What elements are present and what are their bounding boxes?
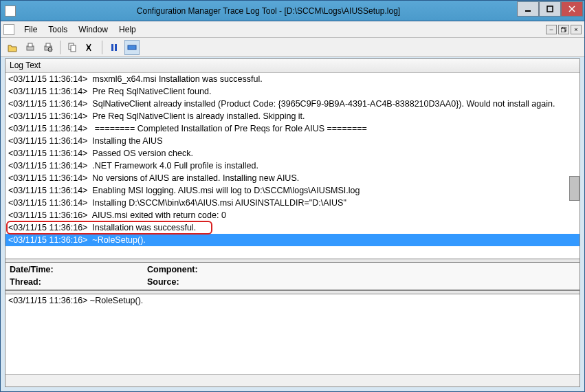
log-row[interactable]: <03/11/15 11:36:14> No versions of AIUS … xyxy=(5,172,580,184)
log-timestamp: <03/11/15 11:36:14> xyxy=(8,111,92,121)
log-timestamp: <03/11/15 11:36:14> xyxy=(8,161,92,171)
log-timestamp: <03/11/15 11:36:16> xyxy=(8,235,92,245)
log-row[interactable]: <03/11/15 11:36:14> Pre Req SqlNativeCli… xyxy=(5,110,580,122)
log-message: No versions of AIUS are installed. Insta… xyxy=(92,173,299,183)
mdi-minimize-button[interactable]: – xyxy=(546,25,557,34)
text-pane[interactable]: <03/11/15 11:36:16> ~RoleSetup(). xyxy=(5,294,580,374)
log-timestamp: <03/11/15 11:36:14> xyxy=(8,99,92,109)
print-icon[interactable] xyxy=(23,40,38,55)
svg-rect-9 xyxy=(46,43,50,47)
svg-rect-5 xyxy=(561,28,565,32)
log-row[interactable]: <03/11/15 11:36:16> Installation was suc… xyxy=(5,221,580,234)
svg-rect-1 xyxy=(547,6,553,12)
log-timestamp: <03/11/15 11:36:14> xyxy=(8,173,92,183)
log-row[interactable]: <03/11/15 11:36:14> Installing D:\SCCM\b… xyxy=(5,197,580,209)
log-row[interactable]: <03/11/15 11:36:14> .NET Framework 4.0 F… xyxy=(5,160,580,172)
log-message: AIUS.msi exited with return code: 0 xyxy=(92,210,226,220)
log-timestamp: <03/11/15 11:36:14> xyxy=(8,74,92,84)
menubar: File Tools Window Help – × xyxy=(1,21,584,38)
menu-window[interactable]: Window xyxy=(73,23,113,36)
log-message: Pre Req SqlNativeClient found. xyxy=(92,87,211,96)
content-pane: Log Text <03/11/15 11:36:14> msxml6_x64.… xyxy=(5,58,580,387)
log-message: ======== Completed Installation of Pre R… xyxy=(92,124,367,133)
statusbar xyxy=(5,374,580,386)
svg-rect-7 xyxy=(28,43,32,47)
close-button[interactable] xyxy=(561,1,583,17)
log-message: Enabling MSI logging. AIUS.msi will log … xyxy=(92,186,360,195)
log-row[interactable]: <03/11/15 11:36:14> Enabling MSI logging… xyxy=(5,184,580,197)
maximize-button[interactable] xyxy=(539,1,561,17)
log-timestamp: <03/11/15 11:36:14> xyxy=(8,124,92,133)
svg-rect-12 xyxy=(71,45,76,52)
scrollbar-thumb[interactable] xyxy=(569,176,580,201)
detail-datetime: Date/Time: xyxy=(10,265,147,277)
detail-source: Source: xyxy=(147,277,575,290)
pause-icon[interactable] xyxy=(107,40,122,55)
log-row[interactable]: <03/11/15 11:36:14> Pre Req SqlNativeCli… xyxy=(5,85,580,98)
copy-icon[interactable] xyxy=(65,40,80,55)
print-preview-icon[interactable] xyxy=(41,40,56,55)
highlight-icon[interactable] xyxy=(124,40,140,55)
menu-help[interactable]: Help xyxy=(113,23,142,36)
toolbar-separator xyxy=(102,41,102,54)
log-message: Installing the AIUS xyxy=(92,136,162,146)
log-message: .NET Framework 4.0 Full profile is insta… xyxy=(92,161,258,171)
detail-component: Component: xyxy=(147,265,575,277)
titlebar[interactable]: Configuration Manager Trace Log Tool - [… xyxy=(1,1,584,21)
minimize-button[interactable] xyxy=(517,1,539,17)
log-row[interactable]: <03/11/15 11:36:14> Passed OS version ch… xyxy=(5,147,580,160)
detail-thread: Thread: xyxy=(10,277,147,290)
log-message: msxml6_x64.msi Installation was successf… xyxy=(92,74,262,84)
log-message: ~RoleSetup(). xyxy=(92,235,145,245)
log-row[interactable]: <03/11/15 11:36:14> SqlNativeClient alre… xyxy=(5,98,580,110)
log-message: Pre Req SqlNativeClient is already insta… xyxy=(92,111,305,121)
log-row[interactable]: <03/11/15 11:36:16> ~RoleSetup(). xyxy=(5,234,580,246)
log-message: Installing D:\SCCM\bin\x64\AIUS.msi AIUS… xyxy=(92,198,346,208)
mdi-controls: – × xyxy=(546,25,582,34)
text-pane-content: <03/11/15 11:36:16> ~RoleSetup(). xyxy=(8,296,577,305)
log-message: Installation was successful. xyxy=(92,223,196,232)
log-row[interactable]: <03/11/15 11:36:16> AIUS.msi exited with… xyxy=(5,209,580,221)
log-row[interactable]: <03/11/15 11:36:14> msxml6_x64.msi Insta… xyxy=(5,73,580,85)
find-icon[interactable] xyxy=(82,40,98,55)
svg-rect-14 xyxy=(115,44,117,51)
menu-tools[interactable]: Tools xyxy=(43,23,73,36)
log-timestamp: <03/11/15 11:36:16> xyxy=(8,223,92,232)
mdi-restore-button[interactable] xyxy=(558,25,569,34)
svg-rect-15 xyxy=(128,45,136,50)
document-icon xyxy=(3,24,14,35)
log-timestamp: <03/11/15 11:36:14> xyxy=(8,87,92,96)
svg-rect-13 xyxy=(111,44,113,51)
log-row[interactable]: <03/11/15 11:36:14> Installing the AIUS xyxy=(5,135,580,147)
toolbar xyxy=(1,38,584,57)
log-timestamp: <03/11/15 11:36:14> xyxy=(8,136,92,146)
toolbar-separator xyxy=(60,41,60,54)
open-icon[interactable] xyxy=(5,40,20,55)
mdi-close-button[interactable]: × xyxy=(571,25,582,34)
log-timestamp: <03/11/15 11:36:14> xyxy=(8,198,92,208)
window-title: Configuration Manager Trace Log Tool - [… xyxy=(20,6,517,16)
log-message: Passed OS version check. xyxy=(92,149,193,158)
log-row[interactable]: <03/11/15 11:36:14> ======== Completed I… xyxy=(5,122,580,135)
log-timestamp: <03/11/15 11:36:14> xyxy=(8,149,92,158)
column-header-log-text[interactable]: Log Text xyxy=(5,59,580,73)
detail-pane: Date/Time: Component: Thread: Source: xyxy=(5,263,580,290)
main-window: Configuration Manager Trace Log Tool - [… xyxy=(0,0,585,392)
log-list[interactable]: <03/11/15 11:36:14> msxml6_x64.msi Insta… xyxy=(5,73,580,259)
log-timestamp: <03/11/15 11:36:16> xyxy=(8,210,92,220)
window-controls xyxy=(517,1,583,17)
log-message: SqlNativeClient already installed (Produ… xyxy=(92,99,555,109)
app-icon xyxy=(5,6,16,17)
menu-file[interactable]: File xyxy=(19,23,43,36)
log-timestamp: <03/11/15 11:36:14> xyxy=(8,186,92,195)
